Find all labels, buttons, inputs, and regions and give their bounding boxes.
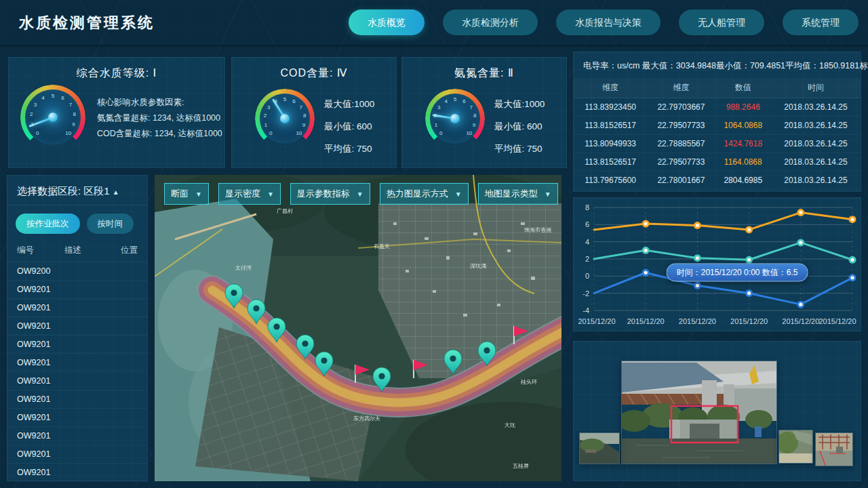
list-item[interactable]: OW9200 [7, 262, 147, 281]
map-place-label: 珠海市香洲 [524, 227, 551, 233]
stat-line: 最大值:1000 [494, 93, 545, 115]
section-title[interactable]: 选择数据区段: 区段1▲ [7, 176, 147, 205]
ammonia-gauge: 012345678910 [425, 89, 485, 148]
table-row[interactable]: 113.8094993322.788855671424.76182018.03.… [574, 135, 861, 153]
y-tick-label: 2 [585, 255, 589, 263]
table-row[interactable]: 113.8152651722.795077331064.08682018.03.… [574, 117, 861, 135]
list-item[interactable]: OW9201 [7, 299, 147, 317]
col-value: 数值 [715, 78, 771, 98]
conductivity-summary: 电导率：us/cm 最大值：3034.9848最小值：709.4851平均值：1… [574, 52, 861, 72]
cell-value: 2804.6985 [715, 171, 771, 190]
card-title: 综合水质等级: Ⅰ [9, 58, 224, 81]
cell-time: 2018.03.26.14.25 [771, 171, 861, 190]
list-item[interactable]: OW9201 [7, 281, 147, 299]
cond-min-label: 最小值： [716, 61, 750, 70]
table-row[interactable]: 113.8392345022.79703667988.26462018.03.2… [574, 98, 861, 117]
gauge-hub [450, 114, 460, 123]
table-row[interactable]: 113.7967560022.780016672804.69852018.03.… [574, 171, 861, 190]
item-id: OW9201 [17, 468, 64, 477]
by-batch-button[interactable]: 按作业批次 [16, 214, 80, 234]
list-item[interactable]: OW9201 [7, 317, 147, 336]
cond-avg-label: 平均值： [785, 61, 819, 70]
chevron-down-icon: ▼ [545, 190, 551, 198]
gauge-scale-number: 6 [61, 95, 64, 101]
section-list: OW9200OW9201OW9201OW9201OW9201OW9201OW92… [7, 262, 147, 482]
ammonia-stats: 最大值:1000 最小值: 600 平均值: 750 [494, 93, 545, 160]
map-place-label: 广昌村 [277, 208, 293, 214]
x-tick-label: 2015/12/20 [730, 317, 768, 325]
quality-factors: 核心影响水质参数因素: 氨氮含量超标: 1234, 达标值1000 COD含量超… [97, 95, 222, 142]
gauge-scale-number: 8 [473, 113, 476, 119]
x-tick-label: 2015/12/20 [578, 317, 615, 325]
cell-value: 1424.7618 [715, 135, 771, 153]
col-desc: 描述 [64, 245, 113, 256]
map-place-label: 桂头环 [520, 379, 537, 385]
gauge-scale-number: 3 [267, 104, 270, 110]
cell-longitude: 113.80949933 [574, 135, 647, 153]
dropdown-map-type[interactable]: 地图显示类型▼ [478, 183, 558, 205]
gauge-scale-number: 3 [34, 102, 37, 108]
cod-stats: 最大值:1000 最小值: 600 平均值: 750 [324, 93, 374, 160]
list-item[interactable]: OW9201 [7, 354, 147, 372]
list-item[interactable]: OW9201 [7, 409, 147, 427]
photo-gallery-panel [573, 341, 861, 481]
table-row[interactable]: 113.8152651722.795077331164.08682018.03.… [574, 153, 861, 171]
cell-time: 2018.03.26.14.25 [771, 135, 861, 153]
gauge-scale-number: 4 [444, 98, 447, 104]
item-id: OW9201 [17, 303, 64, 312]
col-pos: 位置 [113, 245, 138, 256]
list-item[interactable]: OW9201 [7, 336, 147, 354]
orange-series-line [594, 213, 852, 230]
item-id: OW9201 [17, 394, 64, 404]
photo-thumbnail-right-1[interactable] [778, 430, 813, 464]
gauge-scale-number: 0 [269, 129, 272, 136]
dropdown-section[interactable]: 断面▼ [164, 183, 209, 205]
list-item[interactable]: OW9201 [7, 372, 147, 390]
gauge-scale-number: 4 [41, 95, 44, 101]
chevron-down-icon: ▼ [357, 190, 363, 198]
x-tick-label: 2015/12/20 [782, 317, 819, 325]
gauge-scale-number: 6 [292, 98, 295, 104]
cond-avg: 1850.9181 [819, 61, 859, 70]
nav-overview[interactable]: 水质概览 [349, 9, 425, 35]
list-item[interactable]: OW9201 [7, 464, 147, 482]
gauge-scale-number: 8 [303, 113, 306, 119]
list-item[interactable]: OW9201 [7, 427, 147, 445]
main-photo[interactable] [621, 361, 777, 464]
chevron-down-icon: ▼ [267, 190, 274, 198]
photo-thumbnail-right-2[interactable] [815, 432, 853, 466]
dropdown-density[interactable]: 显示密度▼ [218, 183, 281, 205]
cond-max: 3034.9848 [676, 61, 716, 70]
list-item[interactable]: OW9201 [7, 445, 147, 464]
cond-tail: 标: [859, 61, 868, 70]
by-time-button[interactable]: 按时间 [87, 214, 134, 234]
gauge-scale-number: 2 [434, 113, 437, 119]
nav-analysis[interactable]: 水质检测分析 [443, 9, 538, 35]
trend-chart-panel[interactable]: -4-2024682015/12/202015/12/202015/12/202… [573, 197, 861, 331]
nav-system[interactable]: 系统管理 [783, 9, 859, 35]
dropdown-heatmap-mode[interactable]: 热力图显示方式▼ [380, 183, 469, 205]
map-place-label: 五桂屏 [513, 463, 529, 469]
map-toolbar: 断面▼ 显示密度▼ 显示参数指标▼ 热力图显示方式▼ 地图显示类型▼ [164, 183, 558, 205]
gauge-hub [48, 113, 58, 122]
satellite-map[interactable]: 广昌村石盘天深坑涌太仔湾珠海市香洲东方高尔夫桂头环大坑五桂屏 断面▼ 显示密度▼… [155, 175, 561, 481]
list-item[interactable]: OW9201 [7, 390, 147, 409]
cond-min: 709.4851 [750, 61, 785, 70]
gauge-scale-number: 10 [65, 129, 71, 136]
dropdown-label: 热力图显示方式 [387, 188, 448, 200]
col-time: 时间 [771, 78, 861, 98]
dropdown-parameter[interactable]: 显示参数指标▼ [290, 183, 370, 205]
gauge-scale-number: 7 [470, 104, 473, 110]
gauge-scale-number: 5 [52, 92, 54, 98]
nav-usv[interactable]: 无人船管理 [679, 9, 764, 35]
item-id: OW9201 [17, 413, 64, 422]
col-longitude: 维度 [574, 78, 647, 98]
map-canvas: 广昌村石盘天深坑涌太仔湾珠海市香洲东方高尔夫桂头环大坑五桂屏 [155, 175, 561, 481]
gauge-scale-number: 4 [274, 98, 277, 104]
cod-gauge: 012345678910 [255, 89, 315, 148]
photo-thumbnail-left[interactable] [579, 432, 620, 464]
conductivity-panel: 电导率：us/cm 最大值：3034.9848最小值：709.4851平均值：1… [573, 52, 861, 192]
caret-up-icon[interactable]: ▲ [113, 188, 119, 196]
nav-report[interactable]: 水质报告与决策 [556, 9, 660, 35]
cond-max-label: 最大值： [642, 61, 676, 70]
